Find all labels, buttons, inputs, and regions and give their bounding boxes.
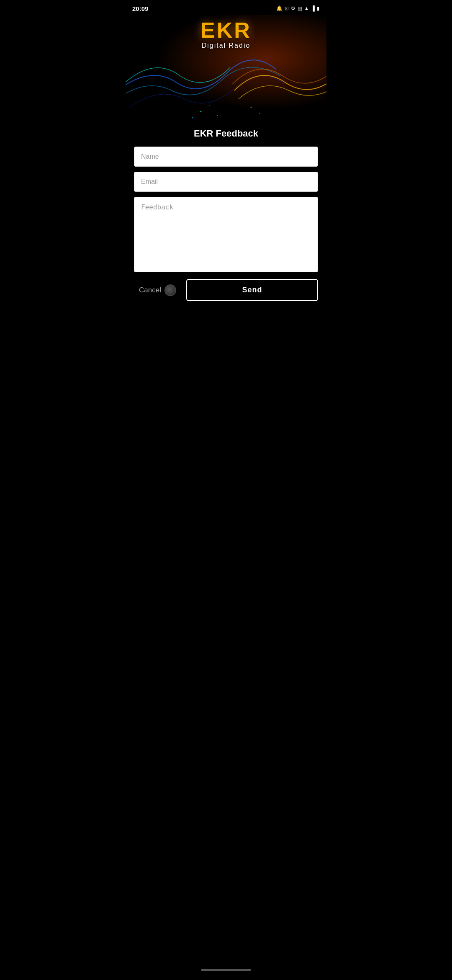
send-label: Send (242, 286, 262, 294)
screen-icon: ⊡ (285, 5, 289, 11)
form-section: EKR Feedback Cancel Send (126, 124, 326, 960)
svg-point-3 (192, 117, 193, 119)
screen: 20:09 🔔 ⊡ ⚙ ▤ ▲ ▐ ▮ (126, 0, 326, 980)
cancel-icon (164, 284, 176, 296)
name-input[interactable] (134, 147, 318, 167)
wifi-icon: ▲ (304, 5, 309, 11)
logo-ekr: EKR (200, 19, 252, 41)
hero-banner: EKR Digital Radio (126, 15, 326, 124)
notification-icon: 🔔 (276, 5, 282, 11)
send-button[interactable]: Send (186, 279, 318, 301)
svg-point-4 (251, 107, 252, 108)
cancel-button[interactable]: Cancel (134, 280, 181, 300)
signal-icon: ▐ (311, 5, 315, 11)
form-title: EKR Feedback (134, 128, 318, 139)
logo-container: EKR Digital Radio (200, 19, 252, 49)
battery-icon: ▮ (317, 5, 320, 11)
svg-point-5 (259, 113, 260, 114)
bottom-indicator (201, 969, 251, 971)
settings-icon: ⚙ (291, 5, 295, 11)
status-time: 20:09 (132, 5, 148, 12)
feedback-textarea[interactable] (134, 197, 318, 272)
cancel-label: Cancel (139, 286, 161, 294)
svg-point-2 (217, 115, 218, 116)
status-bar: 20:09 🔔 ⊡ ⚙ ▤ ▲ ▐ ▮ (126, 0, 326, 15)
logo-subtitle: Digital Radio (202, 42, 251, 49)
svg-point-1 (209, 105, 210, 106)
svg-point-0 (200, 111, 202, 112)
storage-icon: ▤ (298, 5, 302, 11)
buttons-row: Cancel Send (134, 279, 318, 301)
email-input[interactable] (134, 172, 318, 192)
bottom-bar (126, 960, 326, 980)
status-icons: 🔔 ⊡ ⚙ ▤ ▲ ▐ ▮ (276, 5, 320, 11)
